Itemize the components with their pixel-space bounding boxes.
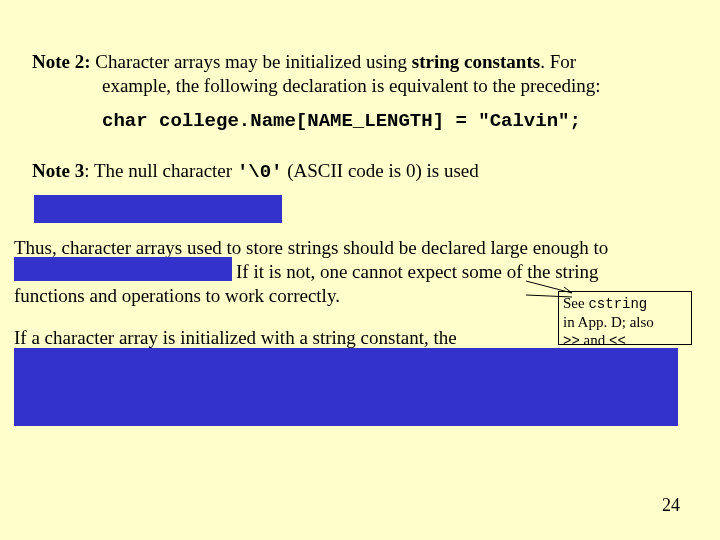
note-2: Note 2: Character arrays may be initiali…	[32, 50, 692, 98]
note-2-text-b: . For	[540, 51, 576, 72]
callout-l3b: and	[580, 332, 609, 348]
page-number: 24	[662, 494, 680, 517]
note-2-label: Note 2:	[32, 51, 91, 72]
callout-op-in: >>	[563, 333, 580, 349]
note-3-rest: (ASCII code is 0) is used	[282, 160, 478, 181]
note-3-label: Note 3	[32, 160, 84, 181]
callout-box: See cstring in App. D; also >> and <<	[558, 291, 692, 345]
redaction-box-3	[14, 348, 678, 426]
ifchar-line: If a character array is initialized with…	[14, 326, 574, 350]
null-char: '\0'	[237, 161, 283, 183]
callout-op-out: <<	[609, 333, 626, 349]
note-3-after: : The null character	[84, 160, 237, 181]
note-2-strong: string constants	[412, 51, 540, 72]
content-area: Note 2: Character arrays may be initiali…	[32, 50, 692, 189]
note-2-text-a: Character arrays may be initialized usin…	[91, 51, 412, 72]
redaction-box-2	[14, 257, 232, 281]
code-declaration: char college.Name[NAME_LENGTH] = "Calvin…	[32, 110, 692, 134]
callout-l2: in App. D; also	[563, 314, 654, 330]
slide: Note 2: Character arrays may be initiali…	[0, 0, 720, 540]
callout-tail-icon	[524, 279, 574, 309]
note-2-line2: example, the following declaration is eq…	[32, 74, 692, 98]
callout-cstring: cstring	[588, 296, 647, 312]
redaction-box-1	[34, 195, 282, 223]
note-3: Note 3: The null character '\0' (ASCII c…	[32, 159, 692, 185]
